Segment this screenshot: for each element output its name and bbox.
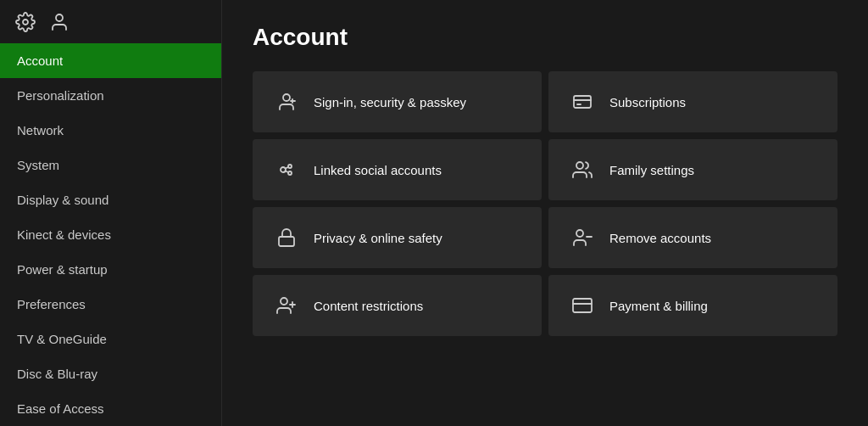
- svg-point-0: [23, 20, 28, 25]
- sidebar: AccountPersonalizationNetworkSystemDispl…: [0, 0, 222, 426]
- grid-item-label-privacy-safety: Privacy & online safety: [314, 231, 442, 245]
- sidebar-header: [0, 0, 221, 43]
- grid-item-label-content-restrictions: Content restrictions: [314, 299, 423, 313]
- gear-icon[interactable]: [14, 10, 37, 34]
- social-icon: [273, 156, 300, 183]
- svg-line-11: [286, 167, 289, 169]
- grid-item-label-linked-social: Linked social accounts: [314, 163, 442, 177]
- grid-item-label-payment-billing: Payment & billing: [609, 299, 708, 313]
- sidebar-item-system[interactable]: System: [0, 148, 221, 182]
- grid-item-privacy-safety[interactable]: Privacy & online safety: [253, 207, 542, 268]
- main-content: Account Sign-in, security & passkeySubsc…: [222, 0, 868, 426]
- sidebar-item-disc-bluray[interactable]: Disc & Blu-ray: [0, 356, 221, 391]
- subscriptions-icon: [569, 88, 596, 115]
- remove-person-icon: [569, 224, 596, 251]
- page-title: Account: [253, 24, 837, 51]
- sidebar-item-preferences[interactable]: Preferences: [0, 287, 221, 322]
- grid-item-label-sign-in-security: Sign-in, security & passkey: [314, 95, 466, 109]
- grid-item-label-subscriptions: Subscriptions: [609, 95, 686, 109]
- sidebar-item-personalization[interactable]: Personalization: [0, 78, 221, 113]
- grid-item-label-family-settings: Family settings: [609, 163, 694, 177]
- svg-point-15: [576, 230, 583, 237]
- sidebar-item-network[interactable]: Network: [0, 113, 221, 148]
- profile-icon[interactable]: [47, 10, 71, 34]
- sidebar-item-power-startup[interactable]: Power & startup: [0, 252, 221, 287]
- svg-point-2: [283, 94, 290, 101]
- sidebar-item-ease-of-access[interactable]: Ease of Access: [0, 391, 221, 426]
- sidebar-item-account[interactable]: Account: [0, 43, 221, 78]
- grid-item-linked-social[interactable]: Linked social accounts: [253, 139, 542, 200]
- svg-point-1: [56, 14, 63, 21]
- svg-rect-14: [279, 237, 294, 246]
- sidebar-item-display-sound[interactable]: Display & sound: [0, 182, 221, 217]
- svg-point-17: [281, 298, 287, 305]
- family-icon: [569, 156, 596, 183]
- grid-item-remove-accounts[interactable]: Remove accounts: [548, 207, 837, 268]
- sidebar-item-kinect-devices[interactable]: Kinect & devices: [0, 217, 221, 252]
- account-grid: Sign-in, security & passkeySubscriptions…: [253, 71, 837, 336]
- person-key-icon: [273, 88, 300, 115]
- grid-item-content-restrictions[interactable]: Content restrictions: [253, 275, 542, 336]
- grid-item-subscriptions[interactable]: Subscriptions: [548, 71, 837, 132]
- lock-icon: [273, 224, 300, 251]
- grid-item-label-remove-accounts: Remove accounts: [609, 231, 711, 245]
- svg-rect-20: [573, 299, 592, 312]
- grid-item-payment-billing[interactable]: Payment & billing: [548, 275, 837, 336]
- svg-point-13: [576, 162, 583, 169]
- payment-icon: [569, 292, 596, 319]
- svg-rect-5: [574, 96, 591, 108]
- sidebar-nav: AccountPersonalizationNetworkSystemDispl…: [0, 43, 221, 426]
- grid-item-family-settings[interactable]: Family settings: [548, 139, 837, 200]
- grid-item-sign-in-security[interactable]: Sign-in, security & passkey: [253, 71, 542, 132]
- svg-line-12: [286, 171, 289, 173]
- content-restrict-icon: [273, 292, 300, 319]
- sidebar-item-tv-oneguide[interactable]: TV & OneGuide: [0, 322, 221, 356]
